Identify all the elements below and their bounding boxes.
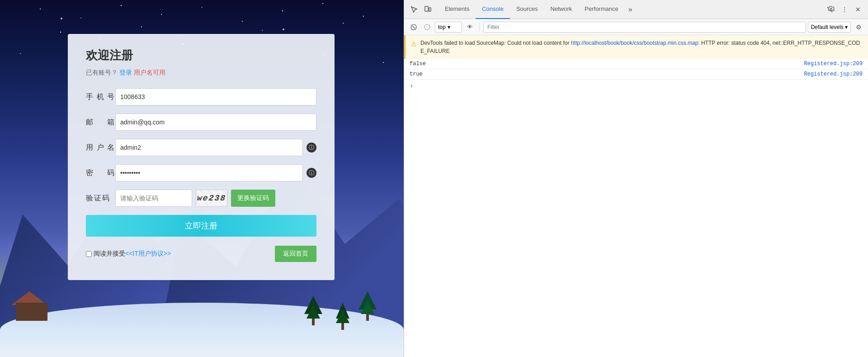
devtools-more-icon[interactable]: ⋮ [838,3,851,16]
captcha-input[interactable] [115,190,192,207]
tab-elements[interactable]: Elements [439,0,476,19]
tab-elements-label: Elements [445,5,469,12]
console-eye-icon[interactable]: 👁 [464,21,476,33]
tab-performance-label: Performance [585,5,618,12]
devtools-right-icons: ⋮ ✕ [825,3,864,16]
svg-rect-0 [425,6,428,11]
captcha-label: 验证码 [86,194,115,203]
email-input[interactable] [115,114,316,131]
register-form: 欢迎注册 已有账号？ 登录 用户名可用 手机号 邮 箱 用户名 ⓘ 密 码 [68,34,335,280]
warning-url[interactable]: http://localhost/book/book/css/bootstrap… [571,40,698,46]
console-content: ⚠ DevTools failed to load SourceMap: Cou… [404,35,868,357]
cabin [14,294,50,321]
log-source-false[interactable]: Registered.jsp:209 [804,61,863,67]
warning-prefix: DevTools failed to load SourceMap: Could… [420,40,571,46]
console-log-false: false Registered.jsp:209 [404,59,868,69]
devtools-panel: Elements Console Sources Network Perform… [404,0,868,357]
username-label: 用户名 [86,143,115,152]
log-value-true: true [410,71,423,77]
username-info-icon[interactable]: ⓘ [307,143,316,152]
subtitle-prefix: 已有账号？ [86,69,118,76]
register-button[interactable]: 立即注册 [86,215,316,237]
agreement-link[interactable]: <<IT用户协议>> [125,250,171,258]
svg-rect-1 [429,8,431,11]
devtools-device-icon[interactable] [421,3,434,16]
console-prompt: › [404,80,868,92]
phone-row: 手机号 [86,88,316,105]
captcha-image: we238 [196,190,227,207]
agreement-left: 阅读并接受 <<IT用户协议>> [86,250,171,258]
tree-2 [336,303,349,330]
password-label: 密 码 [86,168,115,178]
form-title: 欢迎注册 [86,48,316,63]
console-toolbar: top ▾ 👁 Default levels ▾ ⚙ [404,19,868,35]
password-input[interactable] [115,164,303,181]
tab-performance[interactable]: Performance [578,0,624,19]
warning-icon: ⚠ [411,39,417,49]
devtools-settings-icon[interactable] [825,3,837,16]
console-filter-input[interactable] [483,22,806,33]
console-clear-icon[interactable] [408,21,420,33]
snow-particle [61,18,62,19]
tab-console-label: Console [482,5,504,12]
context-chevron-icon: ▾ [448,24,450,30]
tabs-more-icon[interactable]: » [625,5,636,14]
devtools-tabs: Elements Console Sources Network Perform… [439,0,824,19]
devtools-toolbar: Elements Console Sources Network Perform… [404,0,868,19]
devtools-inspect-icon[interactable] [408,3,420,16]
browser-viewport: 欢迎注册 已有账号？ 登录 用户名可用 手机号 邮 箱 用户名 ⓘ 密 码 [0,0,404,357]
password-row: 密 码 ⓘ [86,164,316,181]
tree-1 [304,296,322,325]
username-input[interactable] [115,139,303,156]
toolbar-separator [479,23,480,32]
login-link[interactable]: 登录 [119,69,132,76]
devtools-close-icon[interactable]: ✕ [852,3,864,16]
captcha-row: 验证码 we238 更换验证码 [86,190,316,207]
log-source-true[interactable]: Registered.jsp:209 [804,71,863,77]
console-warning-row: ⚠ DevTools failed to load SourceMap: Cou… [404,35,868,59]
svg-point-4 [425,24,430,30]
captcha-text: we238 [197,194,226,203]
console-settings-icon[interactable]: ⚙ [853,21,864,33]
captcha-refresh-button[interactable]: 更换验证码 [231,190,275,207]
email-label: 邮 箱 [86,118,115,127]
log-levels-dropdown[interactable]: Default levels ▾ [808,22,851,33]
phone-label: 手机号 [86,92,115,102]
prompt-arrow-icon: › [410,82,413,90]
tree-3 [359,291,377,321]
warning-text: DevTools failed to load SourceMap: Could… [420,39,863,55]
phone-input[interactable] [115,88,316,105]
username-available-text: 用户名可用 [134,69,165,76]
agreement-prefix: 阅读并接受 [94,250,125,258]
tab-network-label: Network [551,5,572,12]
back-home-button[interactable]: 返回首页 [275,246,316,262]
tab-console[interactable]: Console [476,0,510,19]
tab-sources[interactable]: Sources [510,0,544,19]
form-subtitle: 已有账号？ 登录 用户名可用 [86,69,316,77]
agreement-checkbox[interactable] [86,251,92,257]
password-info-icon[interactable]: ⓘ [307,168,316,178]
snow-particle [283,29,284,30]
username-row: 用户名 ⓘ [86,139,316,156]
svg-line-3 [412,26,415,29]
tab-network[interactable]: Network [544,0,579,19]
agreement-row: 阅读并接受 <<IT用户协议>> 返回首页 [86,246,316,262]
log-value-false: false [410,61,426,67]
console-filter-icon[interactable] [421,21,433,33]
cabin-body [16,303,47,321]
console-log-true: true Registered.jsp:209 [404,69,868,80]
email-row: 邮 箱 [86,114,316,131]
log-levels-label: Default levels ▾ [811,24,848,30]
context-dropdown[interactable]: top ▾ [435,22,462,33]
context-value: top [438,24,446,30]
tab-sources-label: Sources [516,5,538,12]
